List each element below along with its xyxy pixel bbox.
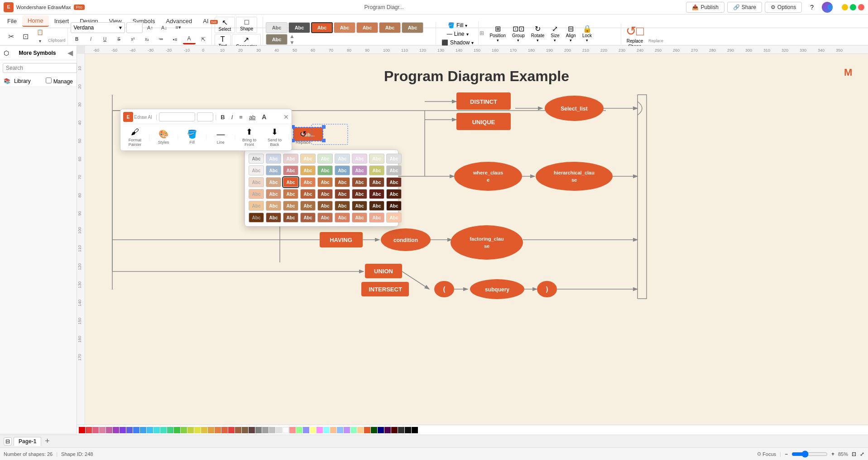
manage-checkbox[interactable]	[46, 77, 52, 83]
close-button[interactable]	[858, 4, 864, 10]
color-swatch[interactable]	[113, 427, 119, 433]
color-swatch[interactable]	[208, 427, 214, 433]
sp-5-0[interactable]: Abc	[249, 213, 264, 223]
size-button[interactable]: ⤢ Size ▾	[548, 24, 562, 44]
sp-3-1[interactable]: Abc	[266, 189, 281, 199]
sp-3-8[interactable]: Abc	[386, 189, 402, 199]
search-input[interactable]	[3, 63, 77, 73]
sp-3-5[interactable]: Abc	[335, 189, 350, 199]
color-swatch[interactable]	[262, 427, 269, 433]
minimize-button[interactable]	[842, 4, 848, 10]
sp-1-2[interactable]: Abc	[283, 165, 298, 175]
menu-file[interactable]: File	[2, 16, 22, 26]
bold-button[interactable]: B	[71, 34, 83, 44]
sp-3-4[interactable]: Abc	[317, 189, 333, 199]
ft-replace-button[interactable]: ↺ Replace	[292, 128, 315, 145]
strikethrough-button[interactable]: S	[113, 34, 125, 44]
color-swatch[interactable]	[357, 427, 364, 433]
sp-1-3[interactable]: Abc	[300, 165, 316, 175]
sp-0-6[interactable]: Abc	[352, 154, 367, 164]
sp-4-1[interactable]: Abc	[266, 201, 281, 211]
color-swatch[interactable]	[378, 427, 384, 433]
color-swatch[interactable]	[215, 427, 221, 433]
sp-0-1[interactable]: Abc	[266, 154, 281, 164]
font-expand-button[interactable]: ⇱	[197, 34, 210, 44]
zoom-out-button[interactable]: −	[785, 451, 788, 457]
bring-to-front-button[interactable]: ⬆ Bring to Front	[238, 126, 261, 148]
avatar-button[interactable]: 🌐	[822, 2, 833, 13]
color-swatch[interactable]	[276, 427, 282, 433]
sp-3-7[interactable]: Abc	[369, 189, 384, 199]
pages-icon[interactable]: ⊟	[4, 437, 12, 445]
style-swatch-4[interactable]: Abc	[356, 22, 378, 33]
cut-button[interactable]: ✂	[5, 29, 17, 45]
library-label[interactable]: Library	[14, 78, 31, 84]
share-button[interactable]: 🔗 Share	[727, 2, 762, 13]
sp-4-6[interactable]: Abc	[352, 201, 367, 211]
color-swatch[interactable]	[289, 427, 296, 433]
color-swatch[interactable]	[405, 427, 411, 433]
color-swatch[interactable]	[86, 427, 92, 433]
text-color-button[interactable]: A	[183, 34, 196, 44]
ft-underline-button[interactable]: ab	[247, 112, 258, 122]
color-swatch[interactable]	[79, 427, 85, 433]
color-swatch[interactable]	[269, 427, 275, 433]
color-swatch[interactable]	[317, 427, 323, 433]
color-swatch[interactable]	[99, 427, 106, 433]
sp-1-7[interactable]: Abc	[369, 165, 384, 175]
sp-0-3[interactable]: Abc	[300, 154, 316, 164]
sp-4-3[interactable]: Abc	[300, 201, 316, 211]
ft-upper-button[interactable]: A	[259, 112, 269, 122]
handle-br[interactable]	[322, 139, 326, 142]
color-swatch[interactable]	[235, 427, 241, 433]
sp-5-6[interactable]: Abc	[352, 213, 367, 223]
menu-home[interactable]: Home	[22, 15, 49, 27]
sp-3-6[interactable]: Abc	[352, 189, 367, 199]
panel-collapse-button[interactable]: ◀	[67, 48, 73, 57]
ft-fill-button[interactable]: 🪣 Fill	[180, 128, 204, 145]
sp-4-8[interactable]: Abc	[386, 201, 402, 211]
page-1-tab[interactable]: Page-1	[14, 437, 41, 446]
ft-line-button[interactable]: — Line	[209, 129, 232, 145]
sp-1-6[interactable]: Abc	[352, 165, 367, 175]
where-clause-shape[interactable]	[454, 162, 522, 191]
fill-button[interactable]: 🪣 Fill ▾	[445, 21, 470, 29]
color-swatch[interactable]	[249, 427, 255, 433]
add-page-button[interactable]: +	[45, 436, 50, 446]
paste-button[interactable]: 📋	[34, 28, 46, 36]
options-button[interactable]: ⚙ Options	[765, 2, 802, 13]
sp-5-5[interactable]: Abc	[335, 213, 350, 223]
sp-4-7[interactable]: Abc	[369, 201, 384, 211]
position-button[interactable]: ⊞ Position ▾	[487, 24, 508, 44]
color-swatch[interactable]	[323, 427, 330, 433]
publish-button[interactable]: 📤 Publish	[686, 2, 724, 13]
bullet-button[interactable]: •≡	[169, 34, 182, 44]
zoom-in-button[interactable]: +	[831, 451, 834, 457]
style-swatch-3[interactable]: Abc	[334, 22, 355, 33]
sp-1-4[interactable]: Abc	[317, 165, 333, 175]
sp-5-8[interactable]: Abc	[386, 213, 402, 223]
sp-3-3[interactable]: Abc	[300, 189, 316, 199]
ft-font-input[interactable]: Verdana	[159, 112, 195, 121]
sp-0-5[interactable]: Abc	[335, 154, 350, 164]
menu-ai[interactable]: AIhot	[197, 16, 223, 26]
group-button[interactable]: ⊡⊡ Group ▾	[509, 24, 528, 44]
sp-2-2[interactable]: Abc	[283, 177, 298, 187]
sp-3-0[interactable]: Abc	[249, 189, 264, 199]
ft-italic-button[interactable]: I	[229, 112, 235, 122]
sp-1-8[interactable]: Abc	[386, 165, 402, 175]
fit-page-button[interactable]: ⊡	[852, 451, 856, 457]
color-swatch[interactable]	[147, 427, 153, 433]
shape-tool[interactable]: □ Shape	[236, 17, 257, 33]
send-to-back-button[interactable]: ⬇ Send to Back	[263, 126, 287, 148]
lock-button[interactable]: 🔒 Lock ▾	[580, 24, 595, 44]
underline-button[interactable]: U	[99, 34, 111, 44]
color-swatch[interactable]	[133, 427, 139, 433]
color-swatch[interactable]	[228, 427, 235, 433]
color-swatch[interactable]	[337, 427, 343, 433]
sp-2-5[interactable]: Abc	[335, 177, 350, 187]
superscript-button[interactable]: x²	[127, 34, 139, 44]
font-size-input[interactable]: 12	[126, 22, 143, 33]
color-swatch[interactable]	[167, 427, 173, 433]
sp-0-7[interactable]: Abc	[369, 154, 384, 164]
